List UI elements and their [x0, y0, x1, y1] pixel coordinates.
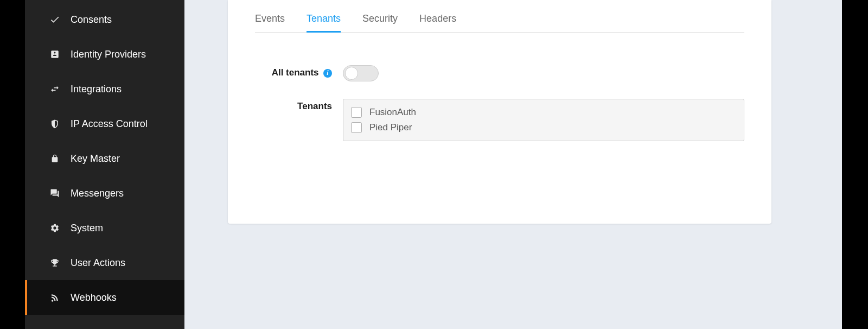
sidebar-item-consents[interactable]: Consents: [25, 2, 184, 37]
sidebar-item-ip-access-control[interactable]: IP Access Control: [25, 106, 184, 141]
id-badge-icon: [49, 48, 61, 60]
sidebar-item-key-master[interactable]: Key Master: [25, 141, 184, 176]
tenant-row: Pied Piper: [351, 120, 736, 135]
exchange-icon: [49, 83, 61, 95]
sidebar-item-label: Webhooks: [71, 292, 117, 303]
tenant-checkbox-piedpiper[interactable]: [351, 122, 362, 133]
content-area: Events Tenants Security Headers All tena…: [184, 0, 842, 329]
sidebar-item-messengers[interactable]: Messengers: [25, 176, 184, 211]
sidebar-item-label: System: [71, 223, 103, 234]
sidebar-item-identity-providers[interactable]: Identity Providers: [25, 37, 184, 72]
check-icon: [49, 14, 61, 26]
tenants-label: Tenants: [297, 101, 332, 111]
sidebar-item-label: IP Access Control: [71, 118, 148, 130]
settings-card: Events Tenants Security Headers All tena…: [228, 0, 771, 224]
sidebar-item-integrations[interactable]: Integrations: [25, 72, 184, 106]
tab-events[interactable]: Events: [255, 8, 285, 33]
sidebar-item-label: Messengers: [71, 188, 124, 199]
trophy-icon: [49, 257, 61, 269]
sidebar-item-webhooks[interactable]: Webhooks: [25, 280, 184, 315]
form-area: All tenants i Tenants F: [255, 33, 744, 141]
all-tenants-toggle[interactable]: [343, 65, 379, 81]
lock-icon: [49, 153, 61, 164]
form-row-tenants: Tenants FusionAuth Pied Piper: [255, 99, 744, 141]
sidebar-item-label: Identity Providers: [71, 49, 146, 60]
tenants-list: FusionAuth Pied Piper: [343, 99, 744, 141]
tab-headers[interactable]: Headers: [419, 8, 456, 33]
tenant-name: Pied Piper: [369, 122, 412, 133]
gear-icon: [49, 222, 61, 234]
shield-icon: [49, 118, 61, 130]
info-icon[interactable]: i: [323, 69, 332, 78]
sidebar-item-label: Integrations: [71, 84, 122, 95]
all-tenants-label: All tenants: [272, 67, 319, 78]
tab-tenants[interactable]: Tenants: [307, 8, 341, 33]
sidebar: Consents Identity Providers Integrations…: [25, 0, 184, 329]
sidebar-item-label: User Actions: [71, 257, 125, 269]
sidebar-item-system[interactable]: System: [25, 211, 184, 245]
tenant-row: FusionAuth: [351, 105, 736, 120]
sidebar-item-user-actions[interactable]: User Actions: [25, 245, 184, 280]
tenant-name: FusionAuth: [369, 107, 416, 118]
tab-security[interactable]: Security: [362, 8, 398, 33]
comments-icon: [49, 187, 61, 199]
tenant-checkbox-fusionauth[interactable]: [351, 107, 362, 118]
sidebar-item-label: Consents: [71, 14, 112, 26]
form-row-all-tenants: All tenants i: [255, 65, 744, 81]
rss-icon: [49, 292, 61, 303]
tabs: Events Tenants Security Headers: [255, 8, 744, 33]
sidebar-item-label: Key Master: [71, 153, 120, 164]
